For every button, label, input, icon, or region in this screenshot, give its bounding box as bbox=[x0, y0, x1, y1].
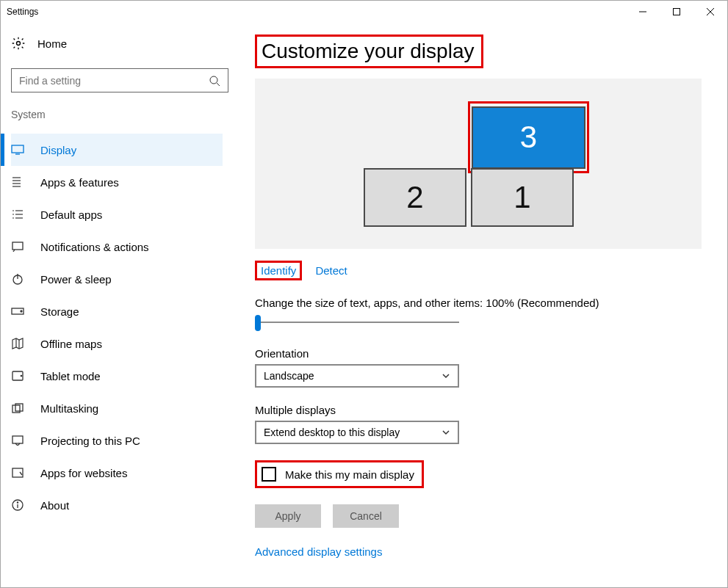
sidebar-item-projecting[interactable]: Projecting to this PC bbox=[11, 424, 223, 457]
apps-icon bbox=[11, 175, 24, 189]
sidebar: Home System Display Apps & features Defa… bbox=[1, 23, 233, 587]
svg-point-23 bbox=[21, 311, 22, 312]
sidebar-item-apps[interactable]: Apps & features bbox=[11, 166, 223, 198]
scale-slider[interactable] bbox=[255, 313, 459, 331]
multiple-displays-value: Extend desktop to this display bbox=[264, 427, 400, 438]
advanced-display-settings-link[interactable]: Advanced display settings bbox=[255, 545, 705, 558]
svg-rect-1 bbox=[674, 9, 680, 15]
defaults-icon bbox=[11, 208, 24, 221]
storage-icon bbox=[11, 305, 24, 318]
sidebar-item-notifications[interactable]: Notifications & actions bbox=[11, 231, 223, 263]
page-title-highlight: Customize your display bbox=[255, 35, 483, 68]
sidebar-item-label: Apps & features bbox=[40, 176, 119, 189]
sidebar-item-tablet[interactable]: Tablet mode bbox=[11, 360, 223, 392]
power-icon bbox=[11, 272, 24, 286]
window-controls bbox=[626, 1, 727, 23]
svg-point-4 bbox=[17, 42, 21, 46]
sidebar-item-label: Default apps bbox=[40, 208, 102, 221]
apply-button[interactable]: Apply bbox=[255, 504, 321, 528]
search-box[interactable] bbox=[11, 68, 228, 92]
svg-rect-30 bbox=[12, 436, 23, 443]
page-title: Customize your display bbox=[262, 40, 474, 63]
sidebar-item-default-apps[interactable]: Default apps bbox=[11, 198, 223, 231]
sidebar-item-multitasking[interactable]: Multitasking bbox=[11, 392, 223, 424]
multiple-displays-label: Multiple displays bbox=[255, 404, 705, 416]
svg-point-27 bbox=[21, 375, 21, 376]
multiple-displays-select[interactable]: Extend desktop to this display bbox=[255, 421, 459, 444]
section-label: System bbox=[11, 109, 223, 120]
tablet-icon bbox=[11, 369, 24, 382]
display-arrangement-canvas[interactable]: 3 2 1 bbox=[255, 79, 702, 249]
sidebar-item-label: About bbox=[40, 499, 69, 512]
chevron-down-icon bbox=[442, 428, 450, 437]
sidebar-item-label: Display bbox=[40, 144, 76, 156]
monitor-2[interactable]: 2 bbox=[364, 168, 466, 227]
gear-icon bbox=[11, 36, 26, 51]
svg-point-34 bbox=[17, 502, 18, 503]
sidebar-item-label: Power & sleep bbox=[40, 273, 112, 286]
sidebar-item-label: Offline maps bbox=[40, 338, 102, 350]
sidebar-item-storage[interactable]: Storage bbox=[11, 295, 223, 327]
main-panel: Customize your display 3 2 1 Identify De… bbox=[233, 23, 727, 587]
orientation-select[interactable]: Landscape bbox=[255, 364, 459, 388]
detect-link[interactable]: Detect bbox=[315, 264, 347, 277]
close-button[interactable] bbox=[693, 1, 727, 23]
slider-thumb[interactable] bbox=[255, 315, 261, 331]
svg-rect-31 bbox=[12, 468, 23, 477]
orientation-value: Landscape bbox=[264, 370, 314, 382]
main-display-checkbox-row[interactable]: Make this my main display bbox=[262, 467, 414, 482]
sidebar-item-label: Storage bbox=[40, 305, 79, 318]
multitasking-icon bbox=[11, 402, 24, 415]
maximize-button[interactable] bbox=[660, 1, 693, 23]
sidebar-item-apps-for-websites[interactable]: Apps for websites bbox=[11, 457, 223, 489]
sidebar-item-label: Projecting to this PC bbox=[40, 435, 140, 447]
main-display-highlight: Make this my main display bbox=[255, 460, 424, 488]
main-display-label: Make this my main display bbox=[285, 468, 414, 481]
sidebar-item-display[interactable]: Display bbox=[11, 134, 223, 166]
home-button[interactable]: Home bbox=[11, 36, 223, 51]
titlebar[interactable]: Settings bbox=[1, 1, 727, 23]
orientation-label: Orientation bbox=[255, 347, 705, 360]
cancel-button[interactable]: Cancel bbox=[333, 504, 399, 528]
monitor-3-highlight: 3 bbox=[468, 101, 589, 173]
notifications-icon bbox=[11, 240, 24, 253]
chevron-down-icon bbox=[442, 371, 450, 380]
about-icon bbox=[11, 498, 24, 512]
sidebar-item-label: Multitasking bbox=[40, 402, 98, 415]
maps-icon bbox=[11, 337, 24, 350]
sidebar-item-power[interactable]: Power & sleep bbox=[11, 263, 223, 295]
svg-point-5 bbox=[210, 76, 217, 84]
sidebar-item-maps[interactable]: Offline maps bbox=[11, 327, 223, 360]
identify-link[interactable]: Identify bbox=[255, 261, 302, 280]
search-input[interactable] bbox=[19, 75, 209, 87]
window-title: Settings bbox=[1, 7, 626, 17]
main-display-checkbox[interactable] bbox=[262, 467, 276, 482]
svg-rect-7 bbox=[12, 145, 24, 153]
svg-rect-19 bbox=[12, 242, 23, 250]
projecting-icon bbox=[11, 434, 24, 447]
sidebar-item-label: Tablet mode bbox=[40, 370, 101, 382]
search-icon bbox=[209, 75, 220, 87]
minimize-button[interactable] bbox=[626, 1, 660, 23]
svg-line-6 bbox=[217, 83, 220, 86]
sidebar-item-label: Notifications & actions bbox=[40, 241, 149, 253]
slider-track bbox=[258, 322, 459, 323]
scale-label: Change the size of text, apps, and other… bbox=[255, 297, 705, 309]
sidebar-item-label: Apps for websites bbox=[40, 467, 127, 479]
monitor-3[interactable]: 3 bbox=[472, 106, 585, 169]
monitor-1[interactable]: 1 bbox=[471, 168, 574, 227]
appweb-icon bbox=[11, 466, 24, 479]
display-icon bbox=[11, 143, 24, 156]
home-label: Home bbox=[37, 37, 67, 50]
sidebar-item-about[interactable]: About bbox=[11, 489, 223, 521]
